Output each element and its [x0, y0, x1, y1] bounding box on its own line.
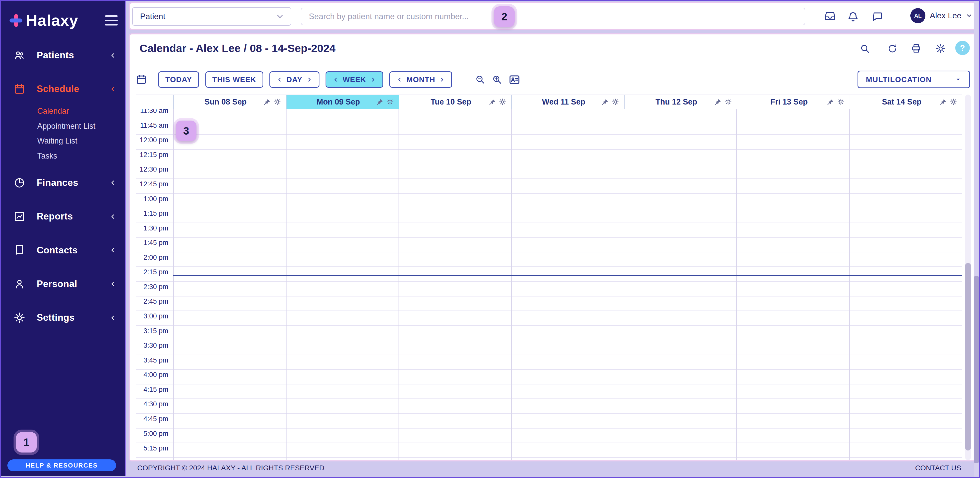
contact-us-link[interactable]: CONTACT US: [915, 464, 961, 472]
chevron-left-icon[interactable]: [396, 76, 403, 83]
refresh-icon[interactable]: [887, 43, 898, 54]
contacts-icon: [14, 244, 25, 256]
practitioner-card-icon[interactable]: [509, 74, 520, 86]
pin-icon[interactable]: [264, 98, 270, 106]
calendar-scrollbar-thumb[interactable]: [965, 263, 971, 451]
sidebar-item-reports[interactable]: Reports: [1, 201, 125, 232]
month-view-button[interactable]: MONTH: [389, 71, 452, 88]
time-label: 3:15 pm: [136, 327, 168, 335]
gear-icon[interactable]: [837, 98, 845, 106]
pin-icon[interactable]: [489, 98, 496, 106]
gear-icon[interactable]: [386, 98, 394, 106]
gear-icon[interactable]: [724, 98, 732, 106]
page-scrollbar-thumb[interactable]: [974, 276, 979, 463]
user-menu[interactable]: AL Alex Lee: [910, 7, 973, 25]
current-time-indicator: [173, 275, 962, 276]
day-column-thu-12-sep[interactable]: [624, 110, 737, 460]
inbox-icon[interactable]: [824, 10, 836, 22]
halaxy-logo[interactable]: Halaxy: [8, 11, 78, 29]
notifications-bell-icon[interactable]: [847, 10, 859, 22]
annotation-badge-3: 3: [176, 121, 196, 141]
caret-down-icon: [955, 76, 962, 83]
calendar-scrollbar[interactable]: [965, 95, 971, 460]
time-label: 2:00 pm: [136, 254, 168, 262]
time-label: 2:45 pm: [136, 297, 168, 305]
chevron-left-icon[interactable]: [333, 76, 339, 83]
sidebar-item-personal[interactable]: Personal: [1, 268, 125, 300]
time-label: 4:15 pm: [136, 386, 168, 394]
sidebar-item-settings[interactable]: Settings: [1, 302, 125, 333]
day-column-mon-09-sep[interactable]: [286, 110, 399, 460]
gear-icon[interactable]: [274, 98, 281, 106]
calendar-corner: [136, 95, 173, 109]
search-category-value: Patient: [140, 12, 165, 21]
pin-icon[interactable]: [601, 98, 609, 106]
calendar-icon[interactable]: [136, 74, 147, 85]
pin-icon[interactable]: [827, 98, 834, 106]
patient-search: [301, 8, 805, 25]
search-category-select[interactable]: Patient: [132, 7, 292, 26]
day-header-sat-14-sep[interactable]: Sat 14 Sep: [850, 95, 963, 109]
chevron-right-icon[interactable]: [306, 76, 313, 83]
time-label: 12:15 pm: [136, 151, 168, 159]
search-icon[interactable]: [859, 43, 870, 54]
day-column-wed-11-sep[interactable]: [511, 110, 624, 460]
chevron-right-icon[interactable]: [370, 76, 376, 83]
annotation-badge-1: 1: [16, 432, 37, 453]
this-week-button[interactable]: THIS WEEK: [205, 71, 263, 88]
help-resources-button[interactable]: HELP & RESOURCES: [7, 459, 116, 472]
schedule-icon: [14, 83, 25, 95]
zoom-in-icon[interactable]: [492, 74, 503, 85]
gear-icon[interactable]: [935, 43, 946, 54]
sidebar-nav: PatientsScheduleCalendarAppointment List…: [1, 40, 125, 336]
finances-icon: [14, 177, 25, 189]
chevron-down-icon: [966, 12, 973, 19]
chevron-left-icon: [110, 314, 116, 321]
user-name: Alex Lee: [930, 11, 961, 21]
gear-icon[interactable]: [612, 98, 619, 106]
day-column-tue-10-sep[interactable]: [399, 110, 511, 460]
day-column-sat-14-sep[interactable]: [849, 110, 962, 460]
footer: COPYRIGHT © 2024 HALAXY - ALL RIGHTS RES…: [129, 462, 979, 474]
printer-icon[interactable]: [911, 43, 921, 54]
chat-icon[interactable]: [872, 10, 883, 22]
page-scrollbar[interactable]: [974, 1, 979, 477]
today-button[interactable]: TODAY: [158, 71, 199, 88]
sidebar-item-patients[interactable]: Patients: [1, 40, 125, 71]
day-header-wed-11-sep[interactable]: Wed 11 Sep: [511, 95, 624, 109]
day-column-sun-08-sep[interactable]: [173, 110, 286, 460]
sidebar-item-finances[interactable]: Finances: [1, 167, 125, 199]
chevron-left-icon: [110, 213, 116, 220]
multilocation-dropdown[interactable]: MULTILOCATION: [858, 71, 970, 88]
pin-icon[interactable]: [714, 98, 721, 106]
chevron-left-icon[interactable]: [277, 76, 283, 83]
day-view-button[interactable]: DAY: [269, 71, 320, 88]
sidebar-subitem-appointment-list[interactable]: Appointment List: [1, 119, 125, 133]
sidebar-subitem-calendar[interactable]: Calendar: [1, 103, 125, 119]
chevron-right-icon[interactable]: [439, 76, 445, 83]
chevron-left-icon: [110, 280, 116, 287]
annotation-badge-2: 2: [494, 6, 515, 27]
time-label: 4:00 pm: [136, 371, 168, 379]
sidebar-item-schedule[interactable]: Schedule: [1, 73, 125, 105]
pin-icon[interactable]: [376, 98, 383, 106]
hamburger-menu-icon[interactable]: [105, 15, 118, 25]
gear-icon[interactable]: [499, 98, 506, 106]
time-label: 3:30 pm: [136, 341, 168, 349]
zoom-out-icon[interactable]: [475, 74, 485, 85]
pin-icon[interactable]: [940, 98, 947, 106]
gear-icon[interactable]: [950, 98, 957, 106]
day-header-fri-13-sep[interactable]: Fri 13 Sep: [737, 95, 850, 109]
sidebar-subitem-waiting-list[interactable]: Waiting List: [1, 133, 125, 148]
patient-search-input[interactable]: [301, 8, 805, 25]
help-icon[interactable]: ?: [955, 41, 970, 55]
day-header-mon-09-sep[interactable]: Mon 09 Sep: [286, 95, 399, 109]
day-header-thu-12-sep[interactable]: Thu 12 Sep: [624, 95, 737, 109]
sidebar-item-contacts[interactable]: Contacts: [1, 235, 125, 266]
day-header-tue-10-sep[interactable]: Tue 10 Sep: [399, 95, 512, 109]
day-column-fri-13-sep[interactable]: [737, 110, 849, 460]
day-header-sun-08-sep[interactable]: Sun 08 Sep: [173, 95, 286, 109]
time-label: 2:30 pm: [136, 283, 168, 291]
week-view-button[interactable]: WEEK: [326, 71, 383, 88]
sidebar-subitem-tasks[interactable]: Tasks: [1, 148, 125, 164]
